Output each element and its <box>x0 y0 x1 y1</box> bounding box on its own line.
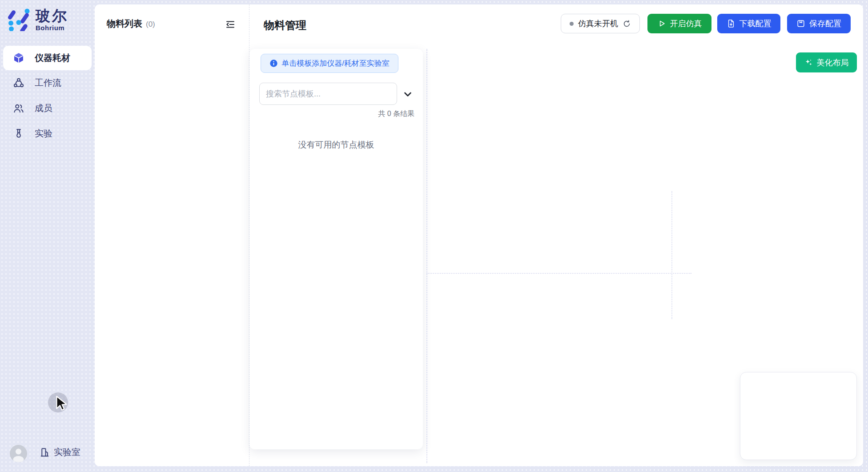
brand-name-zh: 玻尔 <box>36 8 68 24</box>
start-simulation-button[interactable]: 开启仿真 <box>647 14 711 33</box>
refresh-icon[interactable] <box>623 20 631 28</box>
template-hint-banner: 单击模板添加仪器/耗材至实验室 <box>261 54 398 73</box>
sidebar-item-members[interactable]: 成员 <box>0 96 95 121</box>
lab-building-icon <box>39 447 50 458</box>
user-avatar[interactable] <box>10 445 27 462</box>
header-actions: 仿真未开机 开启仿真 下载配置 保存配置 <box>561 14 851 33</box>
experiment-icon <box>13 128 24 140</box>
minimap-card[interactable] <box>740 372 857 460</box>
bohrium-logo-icon <box>7 7 31 31</box>
mouse-cursor <box>55 396 68 412</box>
result-count: 共 0 条结果 <box>378 109 414 119</box>
download-config-button[interactable]: 下载配置 <box>717 14 780 33</box>
sidebar: 玻尔 Bohrium 仪器耗材 <box>0 0 95 472</box>
sidebar-item-label: 工作流 <box>35 77 61 89</box>
sidebar-item-instruments[interactable]: 仪器耗材 <box>3 46 92 70</box>
lab-entry-label: 实验室 <box>54 446 80 458</box>
beautify-layout-button[interactable]: 美化布局 <box>796 52 857 72</box>
play-icon <box>657 19 666 28</box>
brand-name-en: Bohrium <box>36 24 68 32</box>
material-list-panel: 物料列表 (0) <box>95 4 249 466</box>
main-surface: 物料列表 (0) 物料管理 仿真未开机 开启仿真 <box>95 4 863 466</box>
members-icon <box>13 103 24 114</box>
brand-logo: 玻尔 Bohrium <box>7 7 68 32</box>
sidebar-nav: 仪器耗材 工作流 成员 <box>0 46 95 146</box>
canvas-guide-vertical <box>426 49 427 463</box>
material-list-count: (0) <box>146 20 155 29</box>
chevron-down-icon[interactable] <box>402 88 414 100</box>
workflow-icon <box>13 77 24 89</box>
sidebar-item-experiment[interactable]: 实验 <box>0 121 95 146</box>
template-hint-text: 单击模板添加仪器/耗材至实验室 <box>281 58 390 68</box>
save-config-button[interactable]: 保存配置 <box>787 14 851 33</box>
file-download-icon <box>727 19 735 28</box>
sidebar-item-label: 实验 <box>35 128 52 140</box>
material-list-title: 物料列表 <box>107 18 142 30</box>
page-title: 物料管理 <box>264 18 306 32</box>
info-icon <box>269 59 278 68</box>
sidebar-item-workflow[interactable]: 工作流 <box>0 70 95 96</box>
template-panel: 单击模板添加仪器/耗材至实验室 共 0 条结果 没有可用的节点模板 <box>249 49 423 449</box>
sparkles-icon <box>804 58 813 67</box>
sim-status-label: 仿真未开机 <box>578 18 618 29</box>
canvas-guide-vertical <box>671 191 672 319</box>
sim-status-pill[interactable]: 仿真未开机 <box>561 14 640 33</box>
sidebar-item-label: 成员 <box>35 102 52 114</box>
status-dot-icon <box>570 22 574 26</box>
empty-state-text: 没有可用的节点模板 <box>249 139 423 151</box>
collapse-panel-icon[interactable] <box>225 19 236 30</box>
canvas-guide-horizontal <box>426 273 691 274</box>
lab-entry[interactable]: 实验室 <box>39 446 80 458</box>
save-icon <box>796 19 805 28</box>
sidebar-item-label: 仪器耗材 <box>35 52 70 64</box>
cube-icon <box>13 52 24 64</box>
template-search-input[interactable] <box>259 83 397 105</box>
